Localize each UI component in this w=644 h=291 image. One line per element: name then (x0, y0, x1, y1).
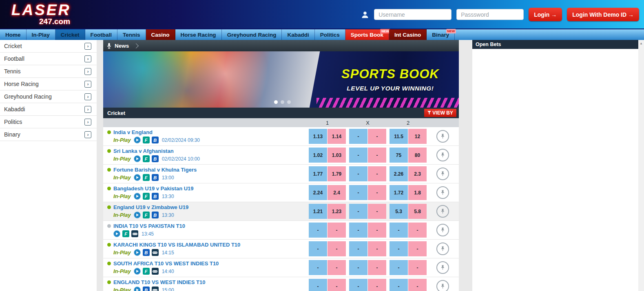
sidebar-item-binary[interactable]: Binary› (0, 128, 97, 141)
lay-odds-cell[interactable]: - (368, 129, 386, 144)
nav-tab-cricket[interactable]: Cricket (55, 29, 85, 40)
back-odds-cell[interactable]: - (349, 279, 367, 291)
back-odds-cell[interactable]: 2.24 (309, 185, 327, 200)
carousel-dot[interactable] (274, 100, 278, 104)
match-title-link[interactable]: INDIA T10 VS PAKISTAN T10 (113, 223, 185, 229)
match-title-link[interactable]: Sri Lanka v Afghanistan (113, 148, 174, 154)
live-stream-icon[interactable] (134, 174, 141, 181)
login-button[interactable]: Login → (529, 8, 562, 21)
pin-button[interactable] (436, 224, 449, 236)
live-stream-icon[interactable] (113, 230, 120, 237)
back-odds-cell[interactable]: - (349, 129, 367, 144)
lay-odds-cell[interactable]: - (408, 241, 427, 256)
pin-button[interactable] (436, 149, 449, 161)
lay-odds-cell[interactable]: - (408, 223, 427, 238)
lay-odds-cell[interactable]: 12 (408, 129, 427, 144)
virtual-game-icon[interactable] (152, 249, 159, 256)
pin-button[interactable] (436, 168, 449, 180)
lay-odds-cell[interactable]: - (368, 260, 386, 275)
live-stream-icon[interactable] (134, 212, 141, 218)
live-stream-icon[interactable] (134, 137, 141, 143)
match-title-link[interactable]: Bangladesh U19 v Pakistan U19 (113, 185, 194, 192)
back-odds-cell[interactable]: 75 (389, 148, 408, 163)
back-odds-cell[interactable]: - (309, 260, 327, 275)
bookmaker-icon[interactable]: B (152, 137, 159, 143)
nav-tab-tennis[interactable]: Tennis (117, 29, 146, 40)
lay-odds-cell[interactable]: - (328, 279, 346, 291)
username-input[interactable] (374, 9, 451, 20)
lay-odds-cell[interactable]: 1.8 (408, 185, 427, 200)
back-odds-cell[interactable]: - (349, 260, 367, 275)
pin-button[interactable] (436, 186, 449, 199)
lay-odds-cell[interactable]: 1.14 (328, 129, 346, 144)
virtual-game-icon[interactable] (152, 287, 159, 291)
password-input[interactable] (456, 9, 524, 20)
match-title-link[interactable]: India v England (113, 129, 153, 135)
back-odds-cell[interactable]: - (389, 260, 408, 275)
fancy-icon[interactable]: F (122, 230, 129, 237)
match-title-link[interactable]: England U19 v Zimbabwe U19 (113, 204, 188, 210)
sidebar-item-cricket[interactable]: Cricket› (0, 40, 97, 53)
back-odds-cell[interactable]: 1.72 (389, 185, 408, 200)
match-title-link[interactable]: KARACHI KINGS T10 VS ISLAMABAD UNITED T1… (113, 242, 240, 248)
lay-odds-cell[interactable]: - (368, 148, 386, 163)
virtual-game-icon[interactable] (152, 268, 159, 275)
site-logo[interactable]: LASER 247.com (11, 2, 71, 25)
fancy-icon[interactable]: F (143, 193, 150, 200)
sidebar-item-tennis[interactable]: Tennis› (0, 65, 97, 78)
back-odds-cell[interactable]: - (349, 223, 367, 238)
bookmaker-icon[interactable]: B (152, 212, 159, 218)
fancy-icon[interactable]: F (143, 212, 150, 218)
nav-tab-int-casino[interactable]: Int Casino (389, 29, 427, 40)
pin-button[interactable] (436, 261, 449, 274)
nav-tab-politics[interactable]: Politics (315, 29, 345, 40)
lay-odds-cell[interactable]: 1.23 (328, 204, 346, 219)
back-odds-cell[interactable]: - (389, 241, 408, 256)
back-odds-cell[interactable]: 1.77 (309, 166, 327, 181)
back-odds-cell[interactable]: - (309, 223, 327, 238)
live-stream-icon[interactable] (134, 155, 141, 162)
pin-button[interactable] (436, 130, 449, 143)
nav-tab-kabaddi[interactable]: Kabaddi (282, 29, 314, 40)
lay-odds-cell[interactable]: - (328, 260, 346, 275)
fancy-icon[interactable]: F (143, 268, 150, 275)
virtual-game-icon[interactable] (131, 230, 138, 237)
lay-odds-cell[interactable]: - (368, 185, 386, 200)
nav-tab-in-play[interactable]: In-Play (27, 29, 55, 40)
back-odds-cell[interactable]: - (389, 223, 408, 238)
lay-odds-cell[interactable]: 1.79 (328, 166, 346, 181)
carousel-dot[interactable] (287, 100, 291, 104)
nav-tab-horse-racing[interactable]: Horse Racing (175, 29, 222, 40)
lay-odds-cell[interactable]: - (408, 279, 427, 291)
lay-odds-cell[interactable]: 2.3 (408, 166, 427, 181)
nav-tab-home[interactable]: Home (0, 29, 27, 40)
bookmaker-icon[interactable]: B (152, 193, 159, 200)
sidebar-item-greyhound-racing[interactable]: Greyhound Racing› (0, 90, 97, 103)
lay-odds-cell[interactable]: - (368, 241, 386, 256)
scroll-up-icon[interactable]: ▲ (640, 42, 643, 291)
back-odds-cell[interactable]: 5.3 (389, 204, 408, 219)
back-odds-cell[interactable]: - (349, 166, 367, 181)
lay-odds-cell[interactable]: - (368, 279, 386, 291)
fancy-icon[interactable]: F (143, 137, 150, 143)
sidebar-item-politics[interactable]: Politics› (0, 116, 97, 128)
live-stream-icon[interactable] (134, 287, 141, 291)
scrollbar[interactable]: ▲ (638, 40, 644, 291)
news-bar[interactable]: News (103, 40, 459, 51)
back-odds-cell[interactable]: 11.5 (389, 129, 408, 144)
match-title-link[interactable]: SOUTH AFRICA T10 VS WEST INDIES T10 (113, 260, 219, 267)
carousel-dot[interactable] (281, 100, 284, 104)
back-odds-cell[interactable]: 1.02 (309, 148, 327, 163)
back-odds-cell[interactable]: - (309, 241, 327, 256)
sidebar-item-kabaddi[interactable]: Kabaddi› (0, 103, 97, 116)
lay-odds-cell[interactable]: - (368, 204, 386, 219)
fancy-icon[interactable]: F (143, 155, 150, 162)
live-stream-icon[interactable] (134, 249, 141, 256)
lay-odds-cell[interactable]: 1.03 (328, 148, 346, 163)
pin-button[interactable] (436, 280, 449, 291)
bookmaker-icon[interactable]: B (152, 174, 159, 181)
bookmaker-icon[interactable]: B (143, 249, 150, 256)
lay-odds-cell[interactable]: 2.4 (328, 185, 346, 200)
nav-tab-sports-book[interactable]: Sports BookNEW (345, 29, 389, 40)
match-title-link[interactable]: Fortune Barishal v Khulna Tigers (113, 167, 197, 173)
